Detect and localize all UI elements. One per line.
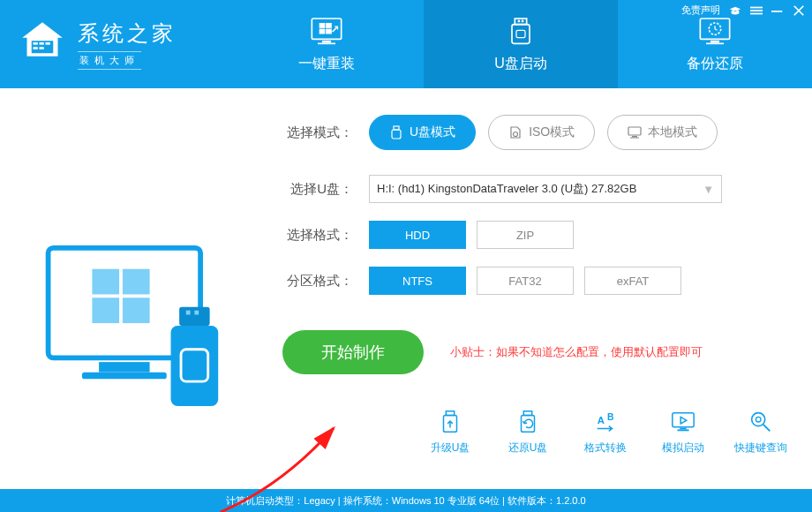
svg-rect-17 [516,30,525,37]
svg-rect-1 [34,42,38,45]
chevron-down-icon: ▼ [703,183,714,196]
start-row: 开始制作 小贴士：如果不知道怎么配置，使用默认配置即可 [282,330,768,374]
udisk-row: 选择U盘： H:I: (hd1) KingstonDataTraveler 3.… [282,175,768,203]
format-hdd[interactable]: HDD [369,221,466,249]
tip-text: 小贴士：如果不知道怎么配置，使用默认配置即可 [450,344,703,360]
svg-rect-20 [706,42,724,44]
nav-label: 一键重装 [298,55,355,73]
logo-subtitle: 装机大师 [78,51,141,70]
action-label: 还原U盘 [508,440,548,456]
svg-rect-19 [710,41,719,43]
action-label: 升级U盘 [431,440,470,456]
svg-rect-51 [680,428,687,430]
svg-rect-35 [194,311,199,315]
svg-rect-50 [673,413,694,427]
svg-rect-33 [179,307,210,326]
logo-area: 系统之家 装机大师 [0,0,229,88]
menu-icon[interactable] [750,4,763,17]
mode-iso[interactable]: ISO模式 [488,115,595,150]
udisk-select[interactable]: H:I: (hd1) KingstonDataTraveler 3.0 (U盘)… [369,175,722,203]
action-hotkey-lookup[interactable]: 快捷键查询 [734,409,787,456]
svg-rect-23 [750,10,763,11]
svg-rect-3 [46,42,50,45]
illustration [18,115,265,489]
svg-rect-10 [326,23,332,28]
mode-label: 选择模式： [282,124,353,141]
svg-rect-24 [750,12,763,14]
svg-rect-5 [40,47,44,49]
svg-rect-11 [320,28,326,34]
nav-label: U盘启动 [494,55,547,73]
action-label: 快捷键查询 [734,440,787,456]
window-controls: 免责声明 [681,4,805,17]
svg-rect-8 [318,42,335,44]
svg-point-40 [514,132,518,137]
start-button[interactable]: 开始制作 [282,330,424,374]
status-bar: 计算机启动类型：Legacy | 操作系统：Windows 10 专业版 64位… [0,489,812,512]
svg-rect-34 [186,311,191,315]
svg-rect-29 [92,269,119,295]
logo-title: 系统之家 [78,19,177,48]
mode-local[interactable]: 本地模式 [607,115,718,150]
svg-rect-15 [522,19,524,22]
svg-rect-41 [628,127,641,135]
action-bar: 升级U盘 还原U盘 AB 格式转换 模拟启动 快捷键查询 [424,409,787,456]
partition-row: 分区格式： NTFS FAT32 exFAT [282,267,768,295]
svg-rect-36 [171,326,219,406]
svg-point-54 [756,417,761,422]
svg-rect-31 [92,297,119,323]
mode-row: 选择模式： U盘模式 ISO模式 本地模式 [282,115,768,150]
svg-rect-2 [40,42,44,45]
app-window: 系统之家 装机大师 一键重装 U盘启动 备份还原 免责声明 [0,0,812,512]
svg-rect-52 [677,429,688,431]
svg-rect-4 [34,47,38,49]
nav-reinstall[interactable]: 一键重装 [229,0,424,88]
udisk-label: 选择U盘： [282,181,353,198]
format-row: 选择格式： HDD ZIP [282,221,768,249]
main-body: 选择模式： U盘模式 ISO模式 本地模式 选择U盘： H:I: (hd1) K… [0,88,812,489]
mode-label-text: ISO模式 [529,124,575,140]
close-button[interactable] [793,4,805,17]
svg-text:A: A [598,415,605,425]
svg-rect-16 [512,24,530,43]
logo-text: 系统之家 装机大师 [78,19,177,70]
action-simulate-boot[interactable]: 模拟启动 [657,409,710,456]
svg-rect-39 [392,130,401,139]
mode-usb[interactable]: U盘模式 [369,115,476,150]
action-upgrade-usb[interactable]: 升级U盘 [424,409,477,456]
format-label: 选择格式： [282,227,353,244]
svg-rect-12 [326,28,332,34]
action-restore-usb[interactable]: 还原U盘 [501,409,554,456]
action-format-convert[interactable]: AB 格式转换 [579,409,632,456]
house-logo-icon [18,18,67,71]
svg-rect-25 [771,11,782,12]
svg-text:B: B [607,412,613,422]
mode-label-text: 本地模式 [648,124,697,140]
svg-rect-13 [515,19,526,25]
hat-icon[interactable] [729,4,741,17]
format-zip[interactable]: ZIP [477,221,574,249]
nav-usb-boot[interactable]: U盘启动 [424,0,618,88]
svg-point-53 [752,413,765,426]
svg-rect-14 [518,19,521,22]
header: 系统之家 装机大师 一键重装 U盘启动 备份还原 免责声明 [0,0,812,88]
nav-label: 备份还原 [687,55,743,73]
disclaimer-link[interactable]: 免责声明 [681,4,720,17]
partition-fat32[interactable]: FAT32 [477,267,574,295]
partition-label: 分区格式： [282,273,353,290]
svg-rect-30 [123,269,150,295]
svg-rect-42 [632,136,637,138]
action-label: 格式转换 [584,440,627,456]
udisk-value: H:I: (hd1) KingstonDataTraveler 3.0 (U盘)… [377,181,636,197]
minimize-button[interactable] [771,4,784,17]
mode-label-text: U盘模式 [410,124,455,140]
partition-exfat[interactable]: exFAT [584,267,681,295]
partition-ntfs[interactable]: NTFS [369,267,466,295]
svg-rect-7 [322,41,331,43]
svg-rect-38 [394,126,399,130]
svg-rect-22 [750,6,763,8]
svg-rect-9 [320,23,326,28]
svg-rect-32 [123,297,150,323]
svg-rect-27 [99,362,150,373]
svg-rect-43 [630,138,639,139]
